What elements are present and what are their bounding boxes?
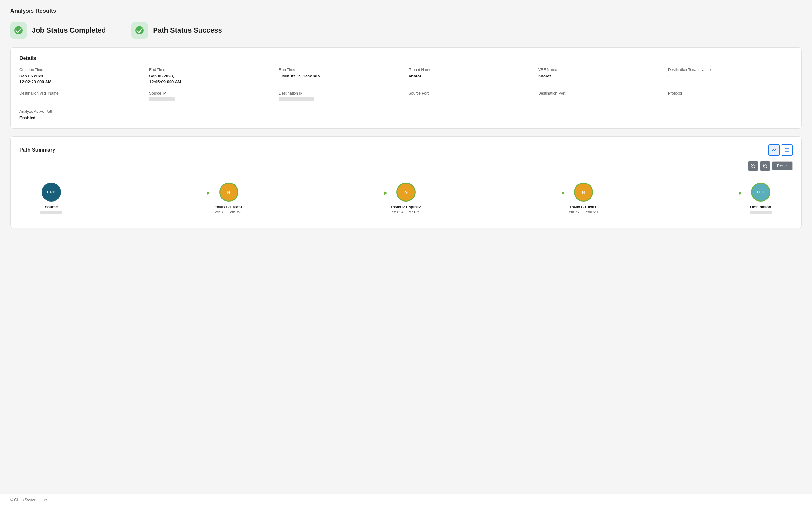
node-leaf1-ports: eth1/51 eth1/20	[569, 210, 597, 214]
arrow-line-2	[248, 193, 387, 193]
details-grid-row2: Destination VRF Name - Source IP Destina…	[19, 91, 793, 103]
footer-text: © Cisco Systems, Inc.	[10, 498, 48, 502]
node-leaf3-ports: eth1/1 eth1/51	[216, 210, 242, 214]
path-status-icon	[131, 22, 148, 38]
leaf1-circle: N	[574, 183, 593, 202]
node-destination: L3O Destination	[742, 183, 780, 214]
node-destination-label: Destination	[750, 205, 771, 209]
arrow-4	[602, 193, 742, 193]
job-check-icon	[14, 26, 23, 35]
node-spine2-ports: eth1/34 eth1/35	[392, 210, 420, 214]
details-grid-row3: Analyze Active Path Enabled	[19, 109, 793, 121]
arrow-line-4	[602, 193, 742, 193]
epg-circle: EPG	[42, 183, 61, 202]
path-check-icon	[135, 26, 144, 35]
path-summary-section: Path Summary	[10, 137, 802, 228]
node-spine2: N tbMix121-spine2 eth1/34 eth1/35	[387, 183, 425, 214]
path-status-label: Path Status Success	[153, 26, 222, 34]
job-status-label: Job Status Completed	[32, 26, 106, 34]
graph-icon	[772, 148, 777, 153]
node-leaf1: N tbMix121-leaf1 eth1/51 eth1/20	[564, 183, 602, 214]
destination-redacted	[749, 210, 772, 214]
node-leaf3-label: tbMix121-leaf3	[216, 205, 242, 209]
arrow-line-1	[70, 193, 210, 193]
field-tenant-name: Tenant Name bharat	[409, 68, 533, 85]
details-card: Details Creation Time Sep 05 2023,12:02:…	[10, 48, 802, 129]
path-summary-header: Path Summary	[19, 144, 793, 156]
arrow-line-3	[425, 193, 564, 193]
path-status-item: Path Status Success	[131, 22, 222, 38]
list-view-button[interactable]	[781, 144, 793, 156]
field-dest-ip: Destination IP	[279, 91, 403, 103]
field-protocol: Protocol -	[668, 91, 793, 103]
field-source-port: Source Port -	[409, 91, 533, 103]
field-analyze-active-path: Analyze Active Path Enabled	[19, 109, 793, 121]
field-source-ip: Source IP	[149, 91, 274, 103]
node-spine2-label: tbMix121-spine2	[391, 205, 421, 209]
node-source-label: Source	[45, 205, 58, 209]
zoom-in-button[interactable]	[748, 161, 758, 171]
details-title: Details	[19, 56, 793, 61]
arrow-1	[70, 193, 210, 193]
list-icon	[784, 148, 789, 153]
field-run-time: Run Time 1 Minute 19 Seconds	[279, 68, 403, 85]
graph-view-button[interactable]	[768, 144, 780, 156]
field-vrf-name: VRF Name bharat	[538, 68, 663, 85]
field-dest-tenant-name: Destination Tenant Name -	[668, 68, 793, 85]
field-dest-vrf-name: Destination VRF Name -	[19, 91, 144, 103]
field-creation-time: Creation Time Sep 05 2023,12:02:23.000 A…	[19, 68, 144, 85]
reset-button[interactable]: Reset	[772, 161, 793, 170]
field-dest-port: Destination Port -	[538, 91, 663, 103]
zoom-out-button[interactable]	[760, 161, 770, 171]
svg-line-11	[766, 167, 767, 168]
footer: © Cisco Systems, Inc.	[0, 494, 812, 506]
node-leaf3: N tbMix121-leaf3 eth1/1 eth1/51	[210, 183, 248, 214]
leaf3-circle: N	[219, 183, 238, 202]
zoom-in-icon	[751, 164, 755, 168]
source-redacted	[40, 210, 63, 214]
spine2-circle: N	[396, 183, 416, 202]
path-summary-title: Path Summary	[19, 147, 55, 153]
path-diagram: EPG Source N tbMix121-leaf3 eth1/1 eth1/…	[19, 176, 793, 220]
arrow-3	[425, 193, 564, 193]
zoom-out-icon	[763, 164, 767, 168]
job-status-icon	[10, 22, 27, 38]
dest-ip-redacted	[279, 97, 314, 101]
zoom-controls: Reset	[19, 161, 793, 171]
page-title: Analysis Results	[10, 8, 802, 14]
node-source: EPG Source	[32, 183, 70, 214]
source-ip-redacted	[149, 97, 175, 101]
arrow-2	[248, 193, 387, 193]
node-leaf1-label: tbMix121-leaf1	[570, 205, 596, 209]
field-end-time: End Time Sep 05 2023,12:05:09.000 AM	[149, 68, 274, 85]
view-toggle	[768, 144, 793, 156]
job-status-item: Job Status Completed	[10, 22, 106, 38]
details-grid-row1: Creation Time Sep 05 2023,12:02:23.000 A…	[19, 68, 793, 85]
status-row: Job Status Completed Path Status Success	[10, 22, 802, 38]
svg-line-8	[754, 167, 755, 168]
l3o-circle: L3O	[751, 183, 770, 202]
